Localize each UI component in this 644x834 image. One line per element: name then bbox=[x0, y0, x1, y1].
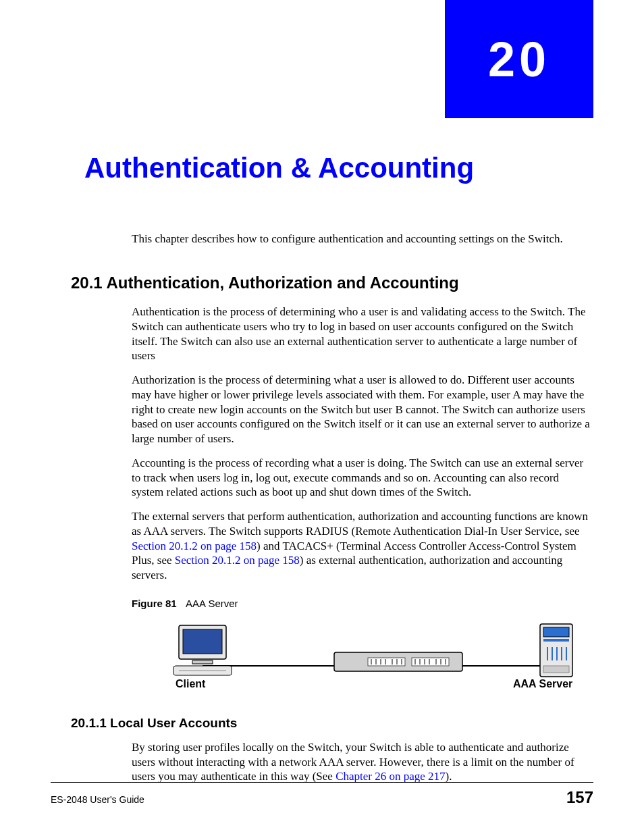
chapter-number: 20 bbox=[488, 32, 550, 87]
chapter-title: Authentication & Accounting bbox=[51, 152, 593, 184]
paragraph: By storing user profiles locally on the … bbox=[132, 740, 593, 784]
figure-server-label: AAA Server bbox=[513, 678, 572, 689]
page-footer: ES-2048 User's Guide 157 bbox=[51, 782, 593, 807]
svg-rect-7 bbox=[368, 658, 405, 666]
figure-label: Figure 81 bbox=[132, 598, 177, 609]
footer-guide-name: ES-2048 User's Guide bbox=[51, 794, 144, 805]
chapter-intro: This chapter describes how to configure … bbox=[132, 232, 593, 246]
svg-rect-31 bbox=[543, 666, 569, 673]
section-heading-20-1: 20.1 Authentication, Authorization and A… bbox=[71, 273, 593, 292]
paragraph: Authorization is the process of determin… bbox=[132, 373, 593, 446]
chapter-number-box: 20 bbox=[445, 0, 593, 118]
footer-page-number: 157 bbox=[566, 788, 593, 807]
paragraph: Accounting is the process of recording w… bbox=[132, 456, 593, 500]
cross-reference-link[interactable]: Chapter 26 on page 217 bbox=[336, 770, 445, 783]
figure-title: AAA Server bbox=[186, 598, 238, 609]
svg-rect-24 bbox=[543, 627, 569, 637]
text-run: The external servers that perform authen… bbox=[132, 510, 588, 538]
svg-rect-2 bbox=[183, 629, 222, 654]
cross-reference-link[interactable]: Section 20.1.2 on page 158 bbox=[132, 540, 257, 552]
paragraph: Authentication is the process of determi… bbox=[132, 305, 593, 363]
client-icon bbox=[173, 625, 232, 675]
figure-aaa-server: Client AAA Server bbox=[165, 619, 593, 696]
svg-rect-25 bbox=[543, 639, 569, 642]
switch-icon bbox=[334, 652, 462, 671]
svg-rect-3 bbox=[192, 660, 213, 664]
text-run: ). bbox=[446, 770, 452, 783]
aaa-server-icon bbox=[540, 624, 572, 677]
svg-rect-8 bbox=[412, 658, 449, 666]
cross-reference-link[interactable]: Section 20.1.2 on page 158 bbox=[175, 554, 300, 567]
figure-client-label: Client bbox=[176, 678, 206, 689]
paragraph: The external servers that perform authen… bbox=[132, 509, 593, 583]
figure-caption: Figure 81 AAA Server bbox=[132, 598, 593, 609]
section-heading-20-1-1: 20.1.1 Local User Accounts bbox=[71, 716, 593, 731]
